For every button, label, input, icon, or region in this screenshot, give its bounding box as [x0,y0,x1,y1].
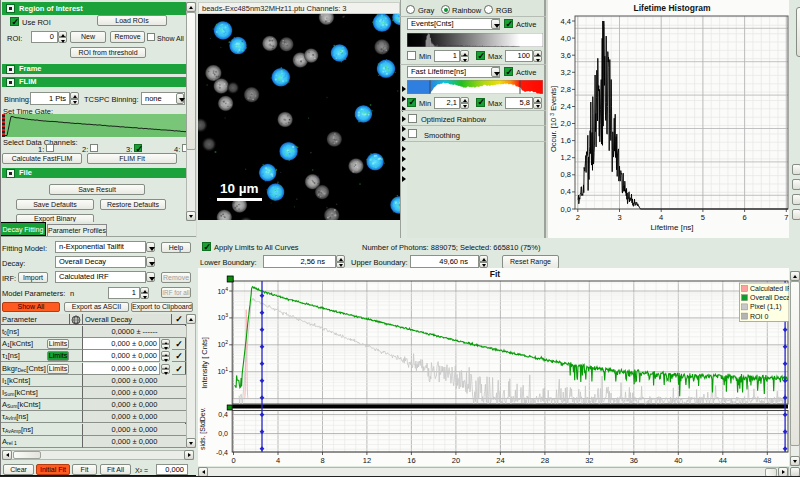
svg-text:4: 4 [659,213,663,222]
svg-text:32: 32 [585,456,593,465]
svg-text:sids. [StdDev.: sids. [StdDev. [199,407,207,450]
svg-text:6: 6 [743,213,747,222]
svg-text:40: 40 [674,456,682,465]
svg-text:-0,4: -0,4 [216,449,228,456]
svg-text:7: 7 [784,213,788,222]
svg-text:2,8: 2,8 [561,85,571,94]
svg-text:ROI 0: ROI 0 [750,313,768,320]
svg-text:Lifetime [ns]: Lifetime [ns] [650,223,693,232]
svg-text:5: 5 [701,213,705,222]
svg-text:0,4: 0,4 [218,411,228,418]
svg-text:103: 103 [217,312,228,321]
svg-text:44: 44 [719,456,727,465]
svg-text:2,0: 2,0 [561,119,571,128]
svg-text:3,6: 3,6 [561,51,571,60]
svg-text:0,4: 0,4 [561,187,571,196]
svg-text:20: 20 [452,456,460,465]
svg-text:16: 16 [407,456,415,465]
svg-text:1,6: 1,6 [561,136,571,145]
svg-text:8: 8 [320,456,324,465]
svg-text:2,4: 2,4 [561,102,571,111]
svg-text:0,0: 0,0 [561,205,571,214]
svg-text:3: 3 [617,213,621,222]
svg-text:Fit: Fit [490,269,501,279]
svg-text:28: 28 [541,456,549,465]
svg-text:10 µm: 10 µm [220,181,259,196]
svg-text:36: 36 [630,456,638,465]
svg-text:4,4: 4,4 [561,17,571,26]
svg-text:Occur. [10 3 Events]: Occur. [10 3 Events] [549,86,558,152]
svg-text:Intensity [ Cnts]: Intensity [ Cnts] [200,337,209,389]
svg-text:4,0: 4,0 [561,34,571,43]
svg-text:Overall Decay: Overall Decay [750,294,789,302]
svg-text:0: 0 [231,456,235,465]
svg-text:Pixel (1,1): Pixel (1,1) [750,303,782,311]
svg-text:Calculated IRF: Calculated IRF [750,285,789,292]
svg-text:1,2: 1,2 [561,153,571,162]
svg-text:4: 4 [276,456,280,465]
svg-text:0,8: 0,8 [561,170,571,179]
svg-text:12: 12 [363,456,371,465]
svg-text:3,2: 3,2 [561,68,571,77]
svg-text:0,0: 0,0 [218,430,228,437]
svg-text:Lifetime Histogram: Lifetime Histogram [634,3,711,13]
svg-text:102: 102 [217,339,228,348]
svg-text:104: 104 [217,286,228,295]
svg-text:48: 48 [763,456,771,465]
svg-text:2: 2 [576,213,580,222]
svg-text:101: 101 [217,366,228,375]
svg-text:24: 24 [496,456,504,465]
